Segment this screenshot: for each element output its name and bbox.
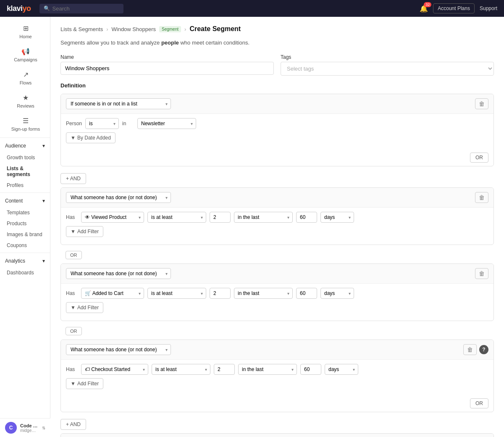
filter-icon-2: ▼	[71, 229, 76, 234]
count-input-4[interactable]	[214, 364, 235, 375]
days-count-input-2[interactable]	[296, 212, 317, 223]
add-filter-button-2[interactable]: ▼ Add Filter	[66, 226, 103, 237]
sidebar-item-home[interactable]: ⊞ Home	[0, 20, 50, 43]
timeframe-select-wrapper-2[interactable]: in the last	[234, 212, 293, 223]
days-select-wrapper-3[interactable]: days	[320, 288, 354, 299]
signup-forms-icon: ☰	[23, 117, 29, 125]
search-input[interactable]	[52, 5, 119, 12]
by-date-added-button[interactable]: ▼ By Date Added	[66, 132, 116, 143]
delete-condition-3-button[interactable]: 🗑	[475, 268, 488, 279]
support-link[interactable]: Support	[480, 5, 497, 11]
sidebar-item-reviews[interactable]: ★ Reviews	[0, 90, 50, 113]
event-select-3[interactable]: 🛒 Added to Cart	[81, 288, 144, 299]
sidebar-item-coupons[interactable]: Coupons	[0, 240, 50, 251]
sidebar-item-signup-forms[interactable]: ☰ Sign-up forms	[0, 113, 50, 136]
breadcrumb-lists-segments[interactable]: Lists & Segments	[60, 26, 103, 32]
main-content: Lists & Segments › Window Shoppers Segme…	[50, 17, 504, 437]
qualifier-select-wrapper-3[interactable]: is at least	[147, 288, 206, 299]
sidebar-item-products[interactable]: Products	[0, 218, 50, 229]
sidebar-section-audience[interactable]: Audience ▾	[0, 140, 50, 152]
account-plans-button[interactable]: Account Plans	[433, 3, 475, 13]
or-button-4[interactable]: OR	[470, 398, 488, 408]
search-bar[interactable]: 🔍	[39, 4, 123, 13]
sidebar-item-profiles[interactable]: Profiles	[0, 180, 50, 191]
is-select-wrapper[interactable]: is	[85, 118, 119, 129]
breadcrumb-window-shoppers[interactable]: Window Shoppers	[112, 26, 156, 32]
reviews-icon: ★	[23, 94, 29, 102]
qualifier-select-wrapper-2[interactable]: is at least	[147, 212, 206, 223]
sidebar-item-flows[interactable]: ↗ Flows	[0, 66, 50, 90]
event-select-4[interactable]: 🏷 Checkout Started	[81, 364, 148, 375]
list-select[interactable]: Newsletter	[137, 118, 196, 129]
definition-label: Definition	[60, 82, 494, 89]
and-button-1[interactable]: + AND	[60, 173, 86, 184]
count-input-2[interactable]	[210, 212, 231, 223]
filter-icon: ▼	[71, 135, 76, 141]
delete-condition-1-button[interactable]: 🗑	[475, 98, 488, 109]
help-inline-icon[interactable]: ?	[479, 345, 488, 354]
name-input[interactable]	[60, 62, 274, 75]
qualifier-select-4[interactable]: is at least	[152, 364, 210, 375]
sidebar: ⊞ Home 📢 Campaigns ↗ Flows ★ Reviews ☰ S…	[0, 17, 50, 437]
qualifier-select-2[interactable]: is at least	[147, 212, 206, 223]
timeframe-select-4[interactable]: in the last	[238, 364, 297, 375]
qualifier-select-wrapper-4[interactable]: is at least	[152, 364, 210, 375]
or-between-3-4[interactable]: OR	[66, 327, 82, 335]
chevron-down-icon-2: ▾	[42, 198, 45, 204]
sidebar-item-templates[interactable]: Templates	[0, 207, 50, 218]
timeframe-select-2[interactable]: in the last	[234, 212, 293, 223]
user-avatar-section[interactable]: C Code Klav... midge@code.ni ⇅	[0, 418, 50, 437]
days-select-3[interactable]: days	[320, 288, 354, 299]
delete-condition-4-button[interactable]: 🗑	[463, 344, 477, 355]
delete-condition-2-button[interactable]: 🗑	[475, 192, 488, 203]
add-filter-button-3[interactable]: ▼ Add Filter	[66, 302, 103, 313]
timeframe-select-3[interactable]: in the last	[234, 288, 293, 299]
condition-header-3: What someone has done (or not done) 🗑	[61, 264, 494, 284]
sidebar-item-campaigns[interactable]: 📢 Campaigns	[0, 43, 50, 66]
days-count-input-4[interactable]	[300, 364, 321, 375]
days-select-4[interactable]: days	[325, 364, 358, 375]
tags-select[interactable]: Select tags	[281, 62, 494, 76]
tags-label: Tags	[281, 54, 494, 60]
days-select-2[interactable]: days	[320, 212, 354, 223]
and-button-2[interactable]: + AND	[60, 419, 86, 430]
sidebar-item-lists-segments[interactable]: Lists & segments	[0, 163, 50, 180]
person-is-select[interactable]: is	[85, 118, 119, 129]
event-select-wrapper-4[interactable]: 🏷 Checkout Started	[81, 364, 148, 375]
add-filter-button-4[interactable]: ▼ Add Filter	[66, 378, 103, 389]
condition-type-select-1[interactable]: If someone is in or not in a list	[66, 98, 171, 109]
condition-header-5: What someone has done (or not done) 🗑	[61, 434, 494, 437]
timeframe-select-wrapper-3[interactable]: in the last	[234, 288, 293, 299]
days-select-wrapper-2[interactable]: days	[320, 212, 354, 223]
notification-bell[interactable]: 🔔 32	[420, 5, 428, 13]
or-button-1[interactable]: OR	[470, 153, 488, 163]
condition-type-wrapper-3[interactable]: What someone has done (or not done)	[66, 268, 171, 279]
condition-row-3: Has 🛒 Added to Cart is at least	[66, 288, 488, 299]
sidebar-divider-3	[0, 253, 50, 253]
condition-type-select-4[interactable]: What someone has done (or not done)	[66, 344, 171, 355]
days-count-input-3[interactable]	[296, 288, 317, 299]
or-between-2-3[interactable]: OR	[66, 251, 82, 259]
has-label-4: Has	[66, 366, 78, 372]
event-select-wrapper-2[interactable]: 👁 Viewed Product	[81, 212, 144, 223]
condition-header-1: If someone is in or not in a list 🗑	[61, 94, 494, 114]
qualifier-select-3[interactable]: is at least	[147, 288, 206, 299]
days-select-wrapper-4[interactable]: days	[325, 364, 358, 375]
condition-type-wrapper-4[interactable]: What someone has done (or not done)	[66, 344, 171, 355]
condition-type-select-2[interactable]: What someone has done (or not done)	[66, 192, 171, 203]
condition-type-wrapper-1[interactable]: If someone is in or not in a list	[66, 98, 171, 109]
condition-type-select-3[interactable]: What someone has done (or not done)	[66, 268, 171, 279]
event-select-2[interactable]: 👁 Viewed Product	[81, 212, 144, 223]
count-input-3[interactable]	[210, 288, 231, 299]
condition-footer-1: OR	[61, 151, 494, 166]
sidebar-section-content[interactable]: Content ▾	[0, 195, 50, 207]
sidebar-item-images-brand[interactable]: Images & brand	[0, 229, 50, 240]
timeframe-select-wrapper-4[interactable]: in the last	[238, 364, 297, 375]
list-select-wrapper[interactable]: Newsletter	[137, 118, 196, 129]
sidebar-section-analytics[interactable]: Analytics ▾	[0, 255, 50, 267]
condition-type-wrapper-2[interactable]: What someone has done (or not done)	[66, 192, 171, 203]
event-select-wrapper-3[interactable]: 🛒 Added to Cart	[81, 288, 144, 299]
name-field: Name	[60, 54, 274, 76]
sidebar-item-growth-tools[interactable]: Growth tools	[0, 152, 50, 163]
sidebar-item-dashboards[interactable]: Dashboards	[0, 267, 50, 278]
